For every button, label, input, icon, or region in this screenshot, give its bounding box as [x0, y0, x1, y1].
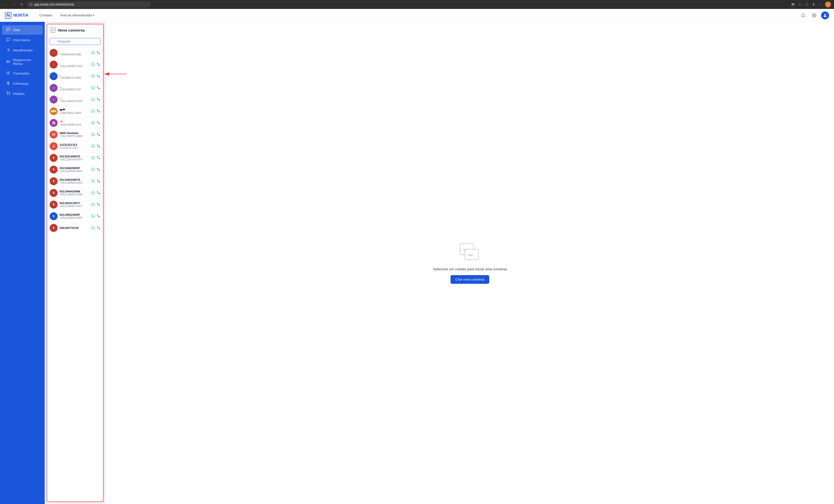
phone-button[interactable]: [96, 167, 101, 172]
phone-button[interactable]: [96, 191, 101, 196]
whatsapp-button[interactable]: [91, 120, 95, 126]
phone-button[interactable]: [96, 120, 101, 126]
sidebar-item-cobrancas[interactable]: Cobranças: [2, 79, 43, 88]
contact-avatar: 5: [50, 166, 58, 174]
contact-item[interactable]: ···...+55(41)8502-0147: [47, 82, 103, 94]
address-bar[interactable]: app.nuntia.com.br/tickets/chat: [27, 1, 151, 7]
contact-avatar: ···: [50, 84, 58, 92]
phone-button[interactable]: [96, 97, 101, 102]
whatsapp-button[interactable]: [91, 191, 95, 196]
contact-actions: [91, 120, 101, 126]
contact-name: .: [60, 50, 89, 53]
whatsapp-button[interactable]: [91, 179, 95, 184]
phone-button[interactable]: [96, 202, 101, 207]
contact-name: 556184770135: [60, 226, 89, 229]
contact-item[interactable]: 331231321313(31)23132-1313: [47, 140, 103, 152]
sidebar-item-atendimentos[interactable]: Atendimentos: [2, 45, 43, 55]
whatsapp-button[interactable]: [91, 144, 95, 149]
whatsapp-button[interactable]: [91, 155, 95, 161]
panel-search: [47, 36, 103, 47]
sidebar-item-transacoes[interactable]: Transações: [2, 68, 43, 78]
settings-button[interactable]: [810, 12, 818, 19]
extensions-icon[interactable]: ⬡: [804, 2, 809, 7]
contact-item[interactable]: 🎟❤🎟❤+55(87)9611-9559: [47, 106, 103, 117]
sidebar-item-chat[interactable]: Chat: [2, 25, 43, 35]
phone-button[interactable]: [96, 225, 101, 231]
back-button[interactable]: ←: [3, 1, 9, 7]
contact-item[interactable]: 5556184770135: [47, 222, 103, 234]
main-content: ← Nova conversa ·.+55(86)9438-3400·.+55(…: [45, 22, 834, 504]
chat-icon: [6, 27, 10, 32]
refresh-button[interactable]: ↻: [19, 1, 25, 7]
phone-button[interactable]: [96, 109, 101, 114]
contact-item[interactable]: ·.+55(11)96952-2102: [47, 59, 103, 70]
contact-phone: +55(87)9611-9559: [60, 111, 89, 114]
sidebar-item-label-disparos: Disparos em Massa: [13, 58, 39, 66]
user-avatar[interactable]: [821, 12, 829, 19]
contact-item[interactable]: 55511931490075+55(11)93149-0075: [47, 152, 103, 164]
contact-name: 5511946420096: [60, 190, 89, 193]
whatsapp-button[interactable]: [91, 50, 95, 56]
contact-item[interactable]: 55511946280097+55(11)94628-0097: [47, 164, 103, 176]
create-conversation-button[interactable]: Criar nova conversa: [451, 275, 489, 284]
browser-user-avatar[interactable]: J: [825, 1, 831, 7]
notification-button[interactable]: [799, 12, 807, 19]
phone-button[interactable]: [96, 144, 101, 149]
logo-icon: N: [5, 12, 12, 19]
forward-button[interactable]: →: [11, 1, 17, 7]
svg-point-15: [9, 94, 10, 95]
contact-actions: [91, 50, 101, 56]
contact-name: .: [60, 62, 89, 65]
whatsapp-button[interactable]: [91, 109, 95, 114]
phone-button[interactable]: [96, 62, 101, 67]
whatsapp-button[interactable]: [91, 132, 95, 137]
search-wrapper: [50, 38, 101, 45]
phone-button[interactable]: [96, 179, 101, 184]
search-input[interactable]: [50, 38, 101, 45]
phone-button[interactable]: [96, 50, 101, 56]
whatsapp-button[interactable]: [91, 85, 95, 91]
contact-phone: +55(11)94634-0076: [60, 181, 89, 184]
whatsapp-button[interactable]: [91, 167, 95, 172]
contact-info: 556184770135: [60, 226, 89, 229]
contact-item[interactable]: 55511946420096+55(11)94642-0096: [47, 187, 103, 199]
contact-item[interactable]: 55511946340076+55(11)94634-0076: [47, 176, 103, 187]
menu-icon[interactable]: ⋮: [818, 2, 823, 7]
contact-item[interactable]: ··..+55(99)8113-5491: [47, 70, 103, 82]
contact-item[interactable]: 🌸🌸+55(61)9348-9319: [47, 117, 103, 129]
cast-icon[interactable]: ⬒: [790, 2, 795, 7]
whatsapp-button[interactable]: [91, 62, 95, 67]
contact-actions: [91, 191, 101, 196]
whatsapp-button[interactable]: [91, 97, 95, 102]
sidebar-item-disparos[interactable]: Disparos em Massa: [2, 56, 43, 68]
phone-button[interactable]: [96, 132, 101, 137]
phone-button[interactable]: [96, 85, 101, 91]
whatsapp-button[interactable]: [91, 202, 95, 207]
contact-name: 5511954110077: [60, 202, 89, 204]
phone-button[interactable]: [96, 214, 101, 219]
panel-back-button[interactable]: ←: [51, 27, 56, 33]
contact-item[interactable]: ···...+55(11)96224-0075: [47, 94, 103, 106]
bookmark-star-icon[interactable]: ☆: [797, 2, 802, 7]
whatsapp-button[interactable]: [91, 214, 95, 219]
download-icon[interactable]: ⬇: [811, 2, 816, 7]
contact-item[interactable]: 55511965240097+55(11)96524-0097: [47, 211, 103, 222]
nav-admin[interactable]: Área do Administrador ▾: [57, 12, 98, 19]
panel-header: ← Nova conversa: [47, 24, 103, 36]
sidebar-item-pedidos[interactable]: Pedidos: [2, 89, 43, 98]
transacoes-icon: [6, 71, 10, 76]
contact-item[interactable]: OI0800 ilimitado+55(17)99732-0984: [47, 129, 103, 140]
contact-item[interactable]: 55511954110077+55(11)95411-0077: [47, 199, 103, 211]
sidebar-item-chat-interno[interactable]: Chat interno: [2, 35, 43, 45]
contact-info: 5511965240097+55(11)96524-0097: [60, 213, 89, 219]
contact-item[interactable]: ·.+55(86)9438-3400: [47, 47, 103, 59]
contact-panel: ← Nova conversa ·.+55(86)9438-3400·.+55(…: [47, 24, 104, 502]
contact-name: ...: [60, 96, 89, 100]
phone-button[interactable]: [96, 155, 101, 161]
phone-button[interactable]: [96, 74, 101, 79]
empty-state-icon: [458, 242, 482, 263]
svg-point-1: [814, 15, 815, 16]
nav-contatos[interactable]: Contatos: [36, 12, 56, 19]
whatsapp-button[interactable]: [91, 74, 95, 79]
whatsapp-button[interactable]: [91, 225, 95, 231]
